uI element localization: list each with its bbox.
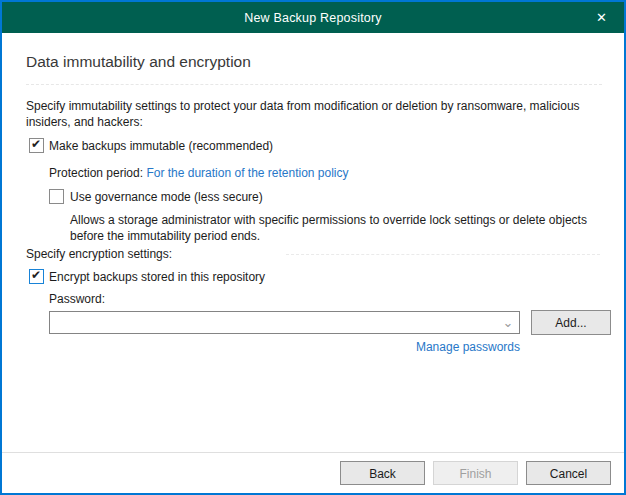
governance-mode-checkbox[interactable]: ✔: [49, 189, 64, 204]
titlebar: New Backup Repository: [2, 2, 624, 33]
governance-mode-label[interactable]: Use governance mode (less secure): [70, 190, 263, 204]
password-label: Password:: [49, 292, 105, 306]
close-icon: ✕: [596, 10, 607, 25]
footer-separator: [2, 452, 624, 453]
manage-passwords-row: Manage passwords: [49, 340, 520, 354]
check-icon: ✔: [31, 137, 41, 152]
close-button[interactable]: ✕: [579, 2, 624, 33]
protection-period-row: Protection period: For the duration of t…: [49, 166, 349, 180]
make-immutable-checkbox[interactable]: ✔: [29, 138, 44, 153]
encrypt-backups-checkbox[interactable]: ✔: [29, 269, 44, 284]
immutability-intro-text: Specify immutability settings to protect…: [26, 98, 606, 130]
heading-separator: [26, 84, 602, 85]
make-immutable-label[interactable]: Make backups immutable (recommended): [49, 139, 273, 153]
chevron-down-icon[interactable]: ⌄: [497, 312, 519, 333]
page-title: Data immutability and encryption: [26, 53, 251, 71]
protection-period-link[interactable]: For the duration of the retention policy: [146, 166, 348, 180]
cancel-button[interactable]: Cancel: [526, 461, 611, 485]
encrypt-backups-label[interactable]: Encrypt backups stored in this repositor…: [49, 270, 265, 284]
new-backup-repository-dialog: New Backup Repository ✕ Data immutabilit…: [0, 0, 626, 495]
add-password-button[interactable]: Add...: [531, 310, 611, 335]
window-title: New Backup Repository: [244, 11, 382, 25]
finish-button[interactable]: Finish: [433, 461, 518, 485]
manage-passwords-link[interactable]: Manage passwords: [416, 340, 520, 354]
password-combobox[interactable]: ⌄: [49, 311, 520, 334]
encryption-intro-text: Specify encryption settings:: [26, 247, 172, 261]
password-input[interactable]: [50, 312, 497, 333]
governance-description: Allows a storage administrator with spec…: [70, 212, 618, 244]
check-icon: ✔: [31, 268, 41, 283]
footer-buttons: Back Finish Cancel: [340, 461, 611, 485]
back-button[interactable]: Back: [340, 461, 425, 485]
encryption-separator: [286, 254, 600, 255]
protection-period-label: Protection period:: [49, 166, 143, 180]
